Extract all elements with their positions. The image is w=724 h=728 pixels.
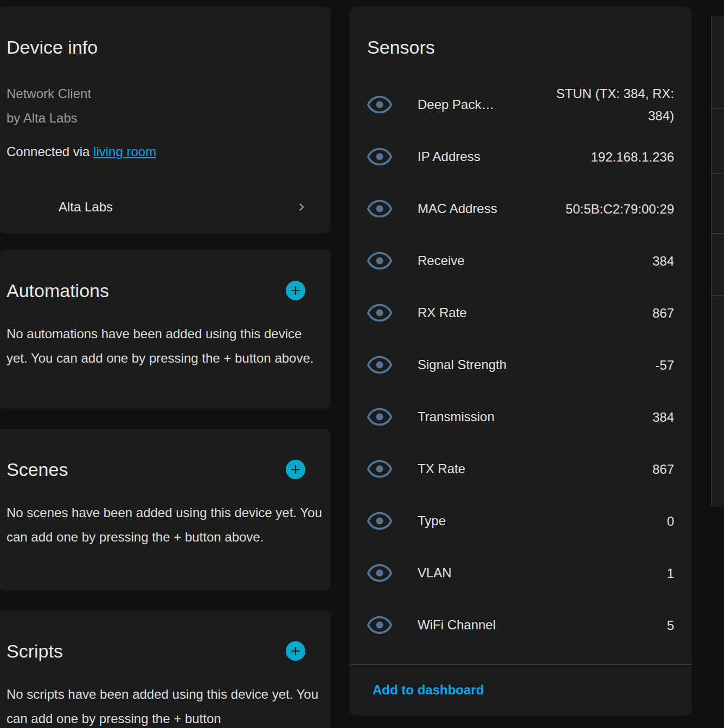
eye-icon [367,561,392,585]
integration-row[interactable]: Alta Labs [0,190,331,224]
right-card-fragment [711,16,724,507]
sensor-row-signal-strength[interactable]: Signal Strength -57 [350,339,691,391]
scripts-card: Scripts No scripts have been added using… [0,610,331,728]
sensor-row-type[interactable]: Type 0 [350,495,691,547]
divider [712,295,724,296]
sensor-row-wifi-channel[interactable]: WiFi Channel 5 [350,599,691,651]
sensor-row-ip-address[interactable]: IP Address 192.168.1.236 [350,131,691,183]
eye-icon [367,508,392,533]
chevron-right-icon [294,199,309,215]
eye-icon [367,456,392,481]
sensor-name: Type [418,513,446,529]
connected-via-prefix: Connected via [7,144,93,159]
sensor-name: Transmission [418,409,495,424]
divider [712,173,724,174]
add-automation-button[interactable] [286,281,305,300]
integration-name: Alta Labs [59,199,113,215]
scripts-title: Scripts [7,640,63,662]
sensor-value: 5 [658,614,674,636]
sensor-row-tx-rate[interactable]: TX Rate 867 [350,443,691,495]
eye-icon [367,300,392,325]
eye-icon [367,352,392,377]
sensor-value: 192.168.1.236 [582,146,674,168]
eye-icon [367,144,392,169]
sensor-row-mac-address[interactable]: MAC Address 50:5B:C2:79:00:29 [350,183,691,235]
add-to-dashboard-link[interactable]: Add to dashboard [373,682,484,698]
sensor-name: Receive [418,253,465,268]
sensor-name: Signal Strength [418,357,507,372]
device-model-manufacturer: Network Client by Alta Labs [0,81,331,130]
automations-title: Automations [7,279,109,302]
eye-icon [367,248,392,273]
divider [712,108,724,109]
sensor-row-rx-rate[interactable]: RX Rate 867 [350,287,691,339]
sensor-list: Deep Pack… STUN (TX: 384, RX: 384) IP Ad… [350,79,691,651]
scenes-title: Scenes [7,458,68,481]
eye-icon [367,404,392,429]
device-model: Network Client [7,81,322,106]
eye-icon [367,92,392,117]
sensor-name: VLAN [418,565,452,581]
scripts-empty-text: No scripts have been added using this de… [0,682,331,728]
automations-card: Automations No automations have been add… [0,250,331,409]
sensors-title: Sensors [350,7,691,59]
eye-icon [367,613,392,637]
add-script-button[interactable] [286,641,305,661]
plus-icon [289,644,303,658]
divider [712,233,724,234]
sensor-value: 384 [644,406,674,428]
sensor-row-vlan[interactable]: VLAN 1 [350,547,691,599]
connected-via: Connected via living room [0,139,331,164]
sensor-value: 384 [644,250,674,272]
add-scene-button[interactable] [286,460,305,479]
sensor-name: IP Address [418,149,480,164]
sensor-name: MAC Address [418,201,497,216]
sensor-row-transmission[interactable]: Transmission 384 [350,391,691,443]
sensor-value: 50:5B:C2:79:00:29 [557,198,674,220]
sensor-value: 1 [658,562,674,584]
sensor-value: 867 [644,302,674,324]
eye-icon [367,196,392,221]
plus-icon [289,284,303,298]
sensor-value: 867 [644,458,674,480]
device-manufacturer: by Alta Labs [7,106,322,130]
sensor-value: -57 [646,354,674,376]
device-info-title: Device info [0,7,331,59]
sensor-name: TX Rate [418,461,465,476]
sensors-card: Sensors Deep Pack… STUN (TX: 384, RX: 38… [350,7,691,716]
scenes-card: Scenes No scenes have been added using t… [0,429,331,590]
sensor-name: WiFi Channel [418,617,496,633]
device-info-card: Device info Network Client by Alta Labs … [0,7,331,233]
plus-icon [289,462,303,476]
sensor-name: RX Rate [418,305,467,320]
connected-via-link[interactable]: living room [93,144,156,159]
automations-empty-text: No automations have been added using thi… [0,321,331,370]
sensor-row-receive[interactable]: Receive 384 [350,235,691,287]
sensor-name: Deep Pack… [418,97,494,112]
sensor-value: 0 [658,510,674,532]
sensor-value: STUN (TX: 384, RX: 384) [530,82,674,127]
scenes-empty-text: No scenes have been added using this dev… [0,500,331,549]
sensor-row-deep-packet[interactable]: Deep Pack… STUN (TX: 384, RX: 384) [350,79,691,131]
